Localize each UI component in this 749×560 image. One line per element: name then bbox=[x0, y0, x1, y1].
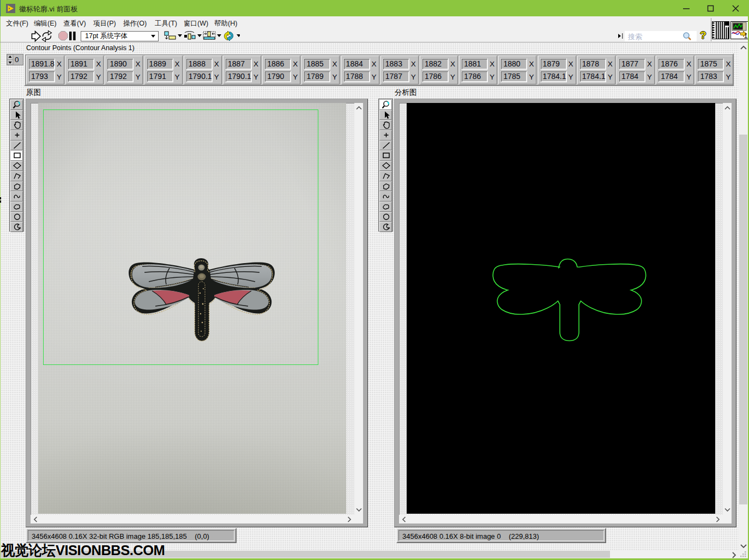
svg-text:0: 0 bbox=[15, 56, 19, 64]
svg-text:1: 1 bbox=[744, 32, 748, 39]
